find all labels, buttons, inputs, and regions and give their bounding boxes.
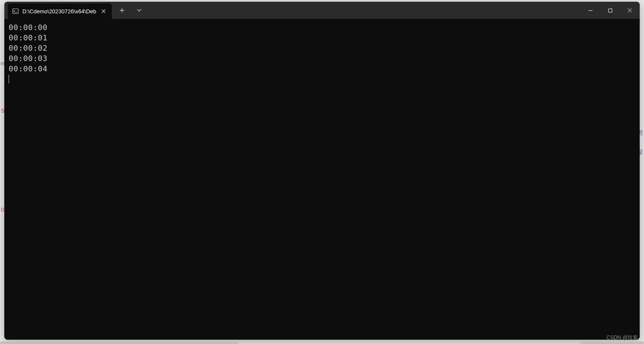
terminal-tab[interactable]: D:\Cdemo\20230726\x64\Deb xyxy=(8,3,112,19)
svg-rect-0 xyxy=(13,9,18,14)
tab-title: D:\Cdemo\20230726\x64\Deb xyxy=(22,8,96,15)
scrollbar-thumb[interactable] xyxy=(580,341,644,344)
minimize-button[interactable] xyxy=(580,3,600,17)
scrollbar-thumb[interactable] xyxy=(0,341,238,344)
maximize-button[interactable] xyxy=(600,3,620,17)
svg-rect-7 xyxy=(608,9,612,12)
close-window-button[interactable] xyxy=(620,3,640,17)
terminal-icon xyxy=(12,8,19,15)
cursor xyxy=(9,75,9,83)
tab-dropdown-button[interactable] xyxy=(131,3,148,17)
watermark: CSDN @玟客 xyxy=(606,334,638,341)
title-bar[interactable]: D:\Cdemo\20230726\x64\Deb xyxy=(4,2,640,19)
output-line: 00:00:02 xyxy=(9,43,635,53)
tab-close-button[interactable] xyxy=(100,7,107,15)
background-text: 0 xyxy=(1,206,4,213)
new-tab-button[interactable] xyxy=(113,3,131,17)
output-line: 00:00:03 xyxy=(9,53,635,64)
cursor-line xyxy=(9,74,635,84)
title-bar-left: D:\Cdemo\20230726\x64\Deb xyxy=(4,2,148,19)
output-line: 00:00:01 xyxy=(9,33,635,43)
terminal-window: D:\Cdemo\20230726\x64\Deb xyxy=(4,2,640,340)
terminal-content[interactable]: 00:00:00 00:00:01 00:00:02 00:00:03 00:0… xyxy=(4,19,640,340)
horizontal-scrollbar[interactable] xyxy=(0,341,644,344)
output-line: 00:00:00 xyxy=(9,22,635,33)
output-line: 00:00:04 xyxy=(9,64,635,74)
window-controls xyxy=(580,2,640,19)
tab-actions xyxy=(113,2,148,19)
